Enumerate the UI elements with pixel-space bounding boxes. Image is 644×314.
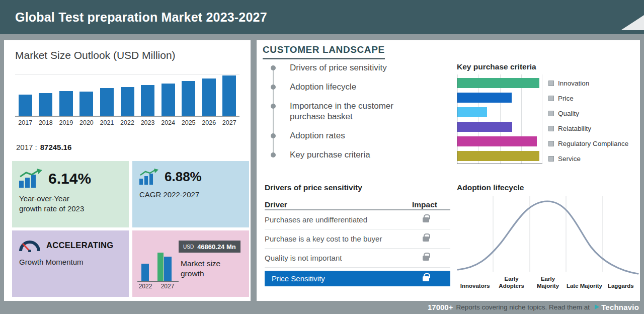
lock-icon[interactable] xyxy=(423,276,429,281)
bar-cell-2018 xyxy=(36,93,56,116)
bar-cell-2027 xyxy=(219,75,239,116)
mini-year-start: 2022 xyxy=(135,283,155,290)
bar-cell-2022 xyxy=(117,87,138,116)
market-size-bar-2023 xyxy=(141,85,154,116)
legend-marker-icon xyxy=(548,156,554,162)
market-size-bar-2018 xyxy=(39,93,52,116)
bar-area xyxy=(15,74,239,117)
cagr-chart-icon xyxy=(139,169,158,185)
year-label-2021: 2021 xyxy=(97,119,117,126)
lock-icon[interactable] xyxy=(423,217,429,222)
kpc-bar-service xyxy=(457,151,539,161)
landscape-item-label: Drivers of price sensitivity xyxy=(290,63,387,72)
legend-label: Quality xyxy=(558,110,579,117)
bar-cell-2026 xyxy=(199,78,219,116)
year-label-2022: 2022 xyxy=(117,119,138,126)
kpc-row-5 xyxy=(457,151,542,161)
kpc-row-1 xyxy=(457,93,542,103)
adoption-lifecycle-title: Adoption lifecycle xyxy=(457,183,524,192)
legend-item-4: Regulatory Compliance xyxy=(548,141,628,146)
customer-landscape-panel: CUSTOMER LANDSCAPE Drivers of price sens… xyxy=(257,40,640,301)
table-header: Driver Impact xyxy=(265,197,450,210)
lock-icon[interactable] xyxy=(423,237,429,242)
table-rows: Purchases are undifferentiatedPurchase i… xyxy=(265,210,450,268)
stage-label-1: Early Adopters xyxy=(493,276,529,290)
stage-label-4: Laggards xyxy=(603,283,639,290)
driver-row-2: Quality is not important xyxy=(265,249,450,268)
year-label-2019: 2019 xyxy=(56,119,76,126)
market-size-title: Market Size Outlook (USD Million) xyxy=(15,49,176,61)
bar-cell-2023 xyxy=(137,85,158,116)
year-label-2025: 2025 xyxy=(178,119,199,126)
impact-column-header: Impact xyxy=(412,200,437,209)
legend-marker-icon xyxy=(548,111,554,116)
kpc-row-3 xyxy=(457,122,542,132)
bar-cell-2024 xyxy=(158,84,179,116)
legend-item-5: Service xyxy=(548,156,628,162)
legend-marker-icon xyxy=(548,96,554,101)
landscape-item-1: Adoption lifecycle xyxy=(271,82,427,93)
base-year-label: 2017 : xyxy=(16,143,37,151)
year-label-2023: 2023 xyxy=(137,119,158,126)
mini-year-end: 2027 xyxy=(157,283,178,290)
kpc-bar-innovation xyxy=(457,78,539,88)
market-size-bar-2024 xyxy=(162,84,175,116)
landscape-item-0: Drivers of price sensitivity xyxy=(271,62,427,73)
price-sensitivity-highlight-row[interactable]: Price Sensitivity xyxy=(265,271,450,286)
growth-amount-badge: USD 46860.24 Mn xyxy=(179,241,240,253)
key-purchase-criteria-title: Key purchase criteria xyxy=(457,62,536,71)
yoy-caption-line2: growth rate of 2023 xyxy=(19,204,84,213)
year-label-2020: 2020 xyxy=(76,119,97,126)
year-label-2018: 2018 xyxy=(36,119,56,126)
bar-cell-2020 xyxy=(76,92,97,116)
stat-cards: 6.14% Year-over-Year growth rate of 2023 xyxy=(12,161,249,297)
landscape-item-label: Adoption rates xyxy=(290,131,345,140)
growth-card-caption: Market size growth xyxy=(181,259,220,279)
growth-chart-icon xyxy=(19,169,42,189)
year-label-2026: 2026 xyxy=(199,119,219,126)
year-label-2024: 2024 xyxy=(158,119,179,126)
bullet-icon xyxy=(271,85,276,90)
legend-marker-icon xyxy=(548,126,554,131)
legend-item-2: Quality xyxy=(548,111,628,116)
lock-icon[interactable] xyxy=(423,256,429,261)
page-title: Global Test preparation Market 2023-2027 xyxy=(15,10,267,25)
market-size-panel: Market Size Outlook (USD Million) 201720… xyxy=(4,40,251,301)
driver-row-1: Purchase is a key cost to the buyer xyxy=(265,229,450,249)
landscape-item-2: Importance in the customer purchase bask… xyxy=(271,101,427,123)
bullet-icon xyxy=(271,133,276,138)
yoy-growth-card: 6.14% Year-over-Year growth rate of 2023 xyxy=(12,161,129,227)
legend-item-0: Innovation xyxy=(548,81,628,86)
legend-item-3: Relatability xyxy=(548,126,628,131)
kpc-bar-regulatory-compliance xyxy=(457,136,537,146)
market-size-bar-2020 xyxy=(79,92,93,116)
legend-label: Relatability xyxy=(558,125,591,132)
legend-label: Price xyxy=(558,95,574,102)
market-size-bar-2025 xyxy=(182,81,195,116)
legend-item-1: Price xyxy=(548,96,628,101)
year-label-2027: 2027 xyxy=(219,119,239,126)
landscape-item-label: Key purchase criteria xyxy=(290,150,370,160)
bar-cell-2019 xyxy=(56,91,76,116)
price-sensitivity-title: Drivers of price sensitivity xyxy=(265,183,362,192)
growth-caption-line1: Market size xyxy=(181,259,220,268)
highlight-row-label: Price Sensitivity xyxy=(272,274,325,283)
stage-label-3: Late Majority xyxy=(566,283,602,290)
market-size-bar-2021 xyxy=(100,88,114,116)
badge-currency: USD xyxy=(183,244,194,250)
landscape-item-3: Adoption rates xyxy=(271,130,427,141)
market-size-bar-2027 xyxy=(222,75,236,116)
market-size-bar-2022 xyxy=(121,87,134,116)
kpc-row-0 xyxy=(457,78,542,88)
brand-name: Technavio xyxy=(601,303,639,311)
footer-text: Reports covering niche topics. Read them… xyxy=(456,303,590,311)
brand-logo[interactable]: Technavio xyxy=(595,303,639,311)
bullet-icon xyxy=(271,152,276,158)
legend-marker-icon xyxy=(548,81,554,86)
base-year-number: 87245.16 xyxy=(40,143,72,151)
growth-bar-2022 xyxy=(141,264,149,281)
kpc-row-4 xyxy=(457,136,542,146)
stage-label-2: Early Majority xyxy=(530,276,566,290)
yoy-caption-line1: Year-over-Year xyxy=(19,194,69,203)
bar-cell-2021 xyxy=(97,88,117,116)
